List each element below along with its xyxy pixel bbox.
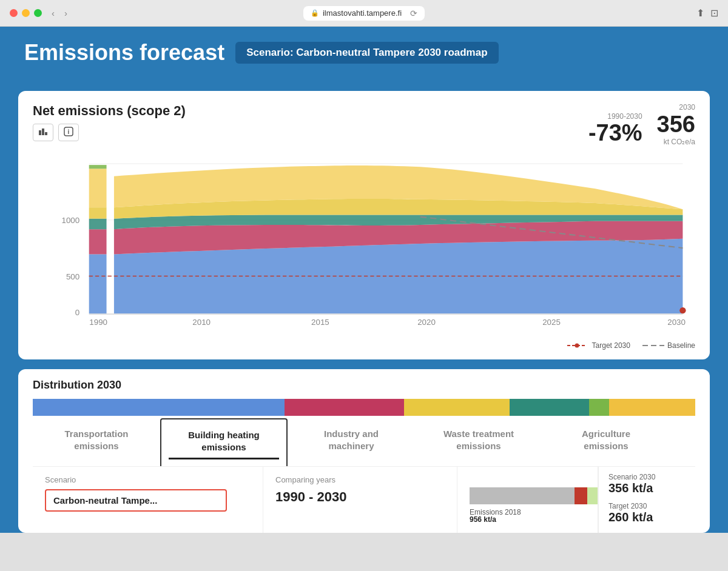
address-bar[interactable]: 🔒 ilmastovahti.tampere.fi ⟳ (303, 6, 425, 21)
transport-segment[interactable] (33, 399, 285, 416)
close-button[interactable] (10, 9, 18, 17)
chart-compare-section: Emissions 2018 956 kt/a (457, 467, 598, 533)
chart-card: Net emissions (scope 2) i (18, 91, 710, 359)
svg-text:2015: 2015 (311, 318, 329, 327)
scenario-value[interactable]: Carbon-neutral Tampe... (45, 489, 227, 512)
comparing-section: Comparing years 1990 - 2030 (263, 467, 457, 533)
target-2030-block: Target 2030 260 kt/a (608, 502, 686, 524)
chart-title: Net emissions (scope 2) (33, 103, 186, 119)
svg-text:0: 0 (75, 308, 79, 317)
bar-target-2030 (587, 487, 598, 504)
stats-period: 1990-2030 (588, 112, 642, 121)
distribution-section: Distribution 2030 Transportationemission… (18, 369, 710, 533)
browser-chrome: ‹ › 🔒 ilmastovahti.tampere.fi ⟳ ⬆ ⊡ (0, 0, 728, 27)
page-title: Emissions forecast (24, 40, 224, 65)
distribution-title: Distribution 2030 (33, 379, 695, 392)
scenario-badge: Scenario: Carbon-neutral Tampere 2030 ro… (235, 42, 498, 64)
baseline-line-icon (642, 341, 664, 350)
bottom-bar: Scenario Carbon-neutral Tampe... Compari… (33, 466, 695, 533)
bar-scenario-2030 (575, 487, 587, 504)
right-stats: Scenario 2030 356 kt/a Target 2030 260 k… (598, 467, 695, 533)
svg-text:2025: 2025 (542, 318, 561, 327)
url-text: ilmastovahti.tampere.fi (323, 8, 402, 18)
tab-building-heating[interactable]: Building heatingemissions (160, 418, 288, 466)
svg-rect-16 (89, 169, 107, 207)
main-content: Net emissions (scope 2) i (0, 79, 728, 533)
svg-rect-14 (89, 219, 107, 230)
bar-2018 (470, 487, 575, 504)
minimize-button[interactable] (22, 9, 30, 17)
agriculture-segment[interactable] (589, 399, 609, 416)
stats-value: 356 (657, 112, 695, 138)
svg-rect-2 (45, 132, 47, 135)
industry-segment[interactable] (404, 399, 510, 416)
svg-rect-12 (89, 254, 107, 313)
bar-chart-button[interactable] (33, 124, 53, 141)
chart-controls: i (33, 124, 186, 141)
svg-point-29 (575, 344, 579, 348)
tab-transportation-label: Transportationemissions (40, 428, 153, 452)
building-segment[interactable] (285, 399, 404, 416)
target-2030-label: Target 2030 (608, 502, 686, 510)
svg-rect-13 (89, 229, 107, 254)
reload-icon[interactable]: ⟳ (410, 8, 417, 18)
back-button[interactable]: ‹ (49, 7, 57, 19)
chart-stats-row: 1990-2030 -73% 2030 356 kt CO₂e/a (588, 103, 695, 146)
chart-header: Net emissions (scope 2) i (33, 103, 695, 146)
comparing-value: 1990 - 2030 (275, 489, 445, 505)
svg-text:1990: 1990 (89, 318, 107, 327)
target-2030-value: 260 kt/a (608, 510, 686, 524)
legend-target: Target 2030 (567, 341, 630, 350)
stats-year: 2030 (657, 103, 695, 112)
svg-point-20 (679, 307, 686, 313)
emissions-chart: 1000 500 0 (33, 151, 695, 339)
sidebar-button[interactable]: ⊡ (710, 7, 718, 19)
co2-unit: kt CO₂e/a (657, 138, 695, 146)
tab-building-heating-label: Building heatingemissions (169, 429, 279, 453)
period-stats: 1990-2030 -73% (588, 112, 642, 146)
tab-industry-label: Industry andmachinery (295, 428, 408, 452)
target-line-icon (567, 341, 589, 350)
legend-baseline: Baseline (642, 341, 695, 350)
comparing-label: Comparing years (275, 475, 445, 484)
svg-text:2010: 2010 (192, 318, 211, 327)
svg-rect-0 (39, 130, 41, 135)
info-button[interactable]: i (58, 124, 79, 141)
nav-buttons: ‹ › (49, 7, 70, 19)
svg-text:1000: 1000 (61, 216, 79, 225)
bar-chart-icon (38, 127, 48, 136)
tab-transportation[interactable]: Transportationemissions (33, 418, 160, 466)
scenario-2030-block: Scenario 2030 356 kt/a (608, 473, 686, 495)
tab-agriculture-label: Agricultureemissions (550, 428, 662, 452)
svg-text:500: 500 (66, 272, 79, 281)
info-icon: i (64, 127, 73, 136)
svg-text:2020: 2020 (417, 318, 436, 327)
scenario-2030-value: 356 kt/a (608, 481, 686, 495)
other-segment[interactable] (609, 399, 695, 416)
stats-change: -73% (588, 121, 642, 146)
year-stats: 2030 356 kt CO₂e/a (657, 103, 695, 146)
waste-segment[interactable] (510, 399, 589, 416)
category-tabs: Transportationemissions Building heating… (33, 418, 695, 466)
baseline-label: Baseline (667, 341, 695, 350)
tab-industry[interactable]: Industry andmachinery (288, 418, 415, 466)
target-label: Target 2030 (592, 341, 630, 350)
share-button[interactable]: ⬆ (696, 7, 704, 19)
svg-rect-15 (89, 207, 107, 219)
chart-legend: Target 2030 Baseline (33, 341, 695, 350)
tab-waste[interactable]: Waste treatmentemissions (415, 418, 542, 466)
page-header: Emissions forecast Scenario: Carbon-neut… (0, 27, 728, 79)
scenario-label: Scenario (45, 475, 251, 484)
maximize-button[interactable] (34, 9, 42, 17)
tab-waste-label: Waste treatmentemissions (422, 428, 535, 452)
compare-bar-chart: Emissions 2018 956 kt/a (470, 475, 598, 524)
svg-rect-17 (89, 165, 107, 169)
browser-actions: ⬆ ⊡ (696, 7, 718, 19)
chart-area: 1000 500 0 (33, 151, 695, 339)
lock-icon: 🔒 (311, 9, 319, 17)
chart-stats: 1990-2030 -73% 2030 356 kt CO₂e/a (588, 103, 695, 146)
tab-agriculture[interactable]: Agricultureemissions (542, 418, 670, 466)
distribution-bar (33, 399, 695, 416)
forward-button[interactable]: › (62, 7, 70, 19)
emissions-2018-value: 956 kt/a (470, 515, 496, 524)
